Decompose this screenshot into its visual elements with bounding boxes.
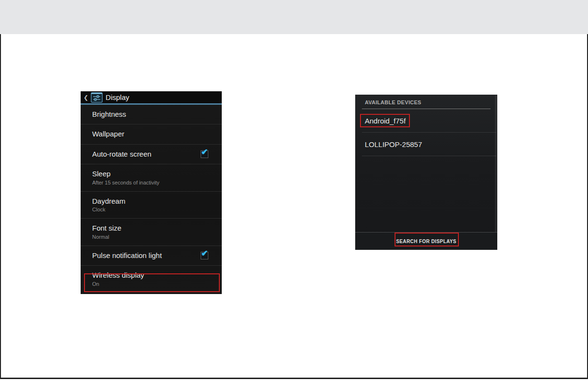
checkmark-icon: ✔ [201, 147, 208, 157]
settings-item-label: Wallpaper [92, 130, 222, 138]
wireless-display-devices-screenshot: AVAILABLE DEVICES Android_f75f LOLLIPOP-… [355, 95, 497, 250]
settings-item-wallpaper[interactable]: Wallpaper [81, 124, 222, 144]
settings-item-label: Brightness [92, 111, 222, 119]
list-divider [362, 156, 496, 156]
settings-item-label: Font size [92, 224, 222, 233]
display-settings-icon [91, 92, 103, 103]
settings-item-pulse-notification[interactable]: Pulse notification light ✔ [81, 246, 222, 266]
checkmark-icon: ✔ [201, 248, 208, 258]
settings-item-value: Clock [92, 207, 222, 212]
settings-item-daydream[interactable]: Daydream Clock [81, 192, 222, 219]
settings-item-auto-rotate[interactable]: Auto-rotate screen ✔ [81, 145, 222, 164]
pulse-notification-checkbox[interactable]: ✔ [201, 252, 208, 259]
highlight-box-wireless-display [84, 273, 220, 292]
highlight-box-search-button [395, 233, 459, 246]
auto-rotate-checkbox[interactable]: ✔ [201, 150, 208, 158]
device-name: LOLLIPOP-25857 [365, 140, 422, 148]
document-top-toolbar [0, 0, 588, 34]
display-settings-title: Display [106, 93, 129, 101]
document-page: ❮ Display Brightness Wallpaper Auto-rota… [0, 34, 588, 379]
settings-item-brightness[interactable]: Brightness [81, 105, 222, 124]
display-settings-list: Brightness Wallpaper Auto-rotate screen … [81, 105, 222, 293]
settings-item-sleep[interactable]: Sleep After 15 seconds of inactivity [81, 164, 222, 192]
display-settings-screenshot: ❮ Display Brightness Wallpaper Auto-rota… [81, 91, 222, 294]
settings-item-label: Sleep [92, 170, 222, 178]
settings-item-value: Normal [92, 234, 222, 240]
scrollbar-strip [495, 96, 497, 249]
available-devices-title: AVAILABLE DEVICES [362, 99, 491, 105]
settings-item-font-size[interactable]: Font size Normal [81, 219, 222, 246]
back-chevron-icon[interactable]: ❮ [84, 95, 88, 100]
settings-item-value: After 15 seconds of inactivity [92, 180, 222, 185]
settings-item-label: Daydream [92, 197, 222, 206]
device-item-lollipop-25857[interactable]: LOLLIPOP-25857 [355, 133, 497, 156]
available-devices-section: AVAILABLE DEVICES [355, 95, 497, 109]
highlight-box-android-f75f [360, 114, 410, 127]
display-settings-header: ❮ Display [81, 91, 222, 105]
